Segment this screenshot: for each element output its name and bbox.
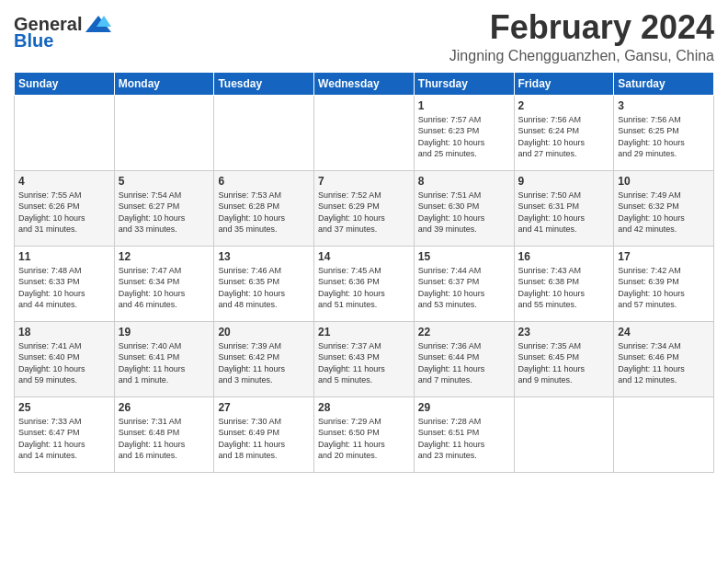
calendar-cell <box>214 95 314 170</box>
day-info: Sunrise: 7:34 AM Sunset: 6:46 PM Dayligh… <box>618 340 710 386</box>
calendar-cell: 9Sunrise: 7:50 AM Sunset: 6:31 PM Daylig… <box>514 170 614 246</box>
calendar-cell: 6Sunrise: 7:53 AM Sunset: 6:28 PM Daylig… <box>214 170 314 246</box>
calendar-week-row: 4Sunrise: 7:55 AM Sunset: 6:26 PM Daylig… <box>15 170 714 246</box>
month-year-title: February 2024 <box>449 9 714 46</box>
calendar-week-row: 1Sunrise: 7:57 AM Sunset: 6:23 PM Daylig… <box>15 95 714 170</box>
day-info: Sunrise: 7:35 AM Sunset: 6:45 PM Dayligh… <box>518 340 610 386</box>
day-info: Sunrise: 7:55 AM Sunset: 6:26 PM Dayligh… <box>18 190 110 236</box>
weekday-header-thursday: Thursday <box>414 72 514 95</box>
day-number: 12 <box>119 250 210 263</box>
day-number: 27 <box>218 401 310 414</box>
calendar-cell: 24Sunrise: 7:34 AM Sunset: 6:46 PM Dayli… <box>614 321 714 396</box>
day-number: 20 <box>218 326 310 339</box>
weekday-header-monday: Monday <box>114 72 214 95</box>
day-info: Sunrise: 7:37 AM Sunset: 6:43 PM Dayligh… <box>318 340 410 386</box>
day-info: Sunrise: 7:52 AM Sunset: 6:29 PM Dayligh… <box>318 190 410 236</box>
calendar-cell: 14Sunrise: 7:45 AM Sunset: 6:36 PM Dayli… <box>314 246 415 321</box>
calendar-cell: 20Sunrise: 7:39 AM Sunset: 6:42 PM Dayli… <box>214 321 314 396</box>
day-number: 3 <box>618 99 710 112</box>
day-number: 26 <box>119 401 210 414</box>
logo: General Blue <box>14 9 113 52</box>
day-number: 2 <box>518 99 610 112</box>
calendar-cell <box>614 396 714 472</box>
calendar-cell: 11Sunrise: 7:48 AM Sunset: 6:33 PM Dayli… <box>15 246 115 321</box>
calendar-cell: 29Sunrise: 7:28 AM Sunset: 6:51 PM Dayli… <box>414 396 514 472</box>
day-info: Sunrise: 7:44 AM Sunset: 6:37 PM Dayligh… <box>418 265 510 311</box>
day-info: Sunrise: 7:47 AM Sunset: 6:34 PM Dayligh… <box>119 265 210 311</box>
calendar-cell: 26Sunrise: 7:31 AM Sunset: 6:48 PM Dayli… <box>114 396 214 472</box>
day-number: 23 <box>518 326 610 339</box>
calendar-cell: 4Sunrise: 7:55 AM Sunset: 6:26 PM Daylig… <box>15 170 115 246</box>
calendar-cell <box>114 95 214 170</box>
weekday-header-friday: Friday <box>514 72 614 95</box>
calendar-cell <box>314 95 415 170</box>
day-info: Sunrise: 7:54 AM Sunset: 6:27 PM Dayligh… <box>119 190 210 236</box>
day-number: 13 <box>218 250 310 263</box>
day-number: 19 <box>119 326 210 339</box>
calendar-cell: 15Sunrise: 7:44 AM Sunset: 6:37 PM Dayli… <box>414 246 514 321</box>
day-number: 18 <box>18 326 110 339</box>
day-info: Sunrise: 7:57 AM Sunset: 6:23 PM Dayligh… <box>418 114 510 160</box>
day-info: Sunrise: 7:28 AM Sunset: 6:51 PM Dayligh… <box>418 416 510 462</box>
day-info: Sunrise: 7:36 AM Sunset: 6:44 PM Dayligh… <box>418 340 510 386</box>
calendar-cell: 21Sunrise: 7:37 AM Sunset: 6:43 PM Dayli… <box>314 321 415 396</box>
calendar-cell: 17Sunrise: 7:42 AM Sunset: 6:39 PM Dayli… <box>614 246 714 321</box>
calendar-cell: 12Sunrise: 7:47 AM Sunset: 6:34 PM Dayli… <box>114 246 214 321</box>
day-number: 16 <box>518 250 610 263</box>
day-info: Sunrise: 7:51 AM Sunset: 6:30 PM Dayligh… <box>418 190 510 236</box>
day-number: 10 <box>618 175 710 188</box>
day-number: 9 <box>518 175 610 188</box>
logo-subtext: Blue <box>14 30 53 52</box>
day-number: 14 <box>318 250 410 263</box>
calendar-table: SundayMondayTuesdayWednesdayThursdayFrid… <box>14 72 714 473</box>
calendar-cell <box>514 396 614 472</box>
calendar-cell: 8Sunrise: 7:51 AM Sunset: 6:30 PM Daylig… <box>414 170 514 246</box>
calendar-cell: 2Sunrise: 7:56 AM Sunset: 6:24 PM Daylig… <box>514 95 614 170</box>
day-info: Sunrise: 7:45 AM Sunset: 6:36 PM Dayligh… <box>318 265 410 311</box>
day-info: Sunrise: 7:43 AM Sunset: 6:38 PM Dayligh… <box>518 265 610 311</box>
day-number: 11 <box>18 250 110 263</box>
calendar-cell: 22Sunrise: 7:36 AM Sunset: 6:44 PM Dayli… <box>414 321 514 396</box>
day-info: Sunrise: 7:48 AM Sunset: 6:33 PM Dayligh… <box>18 265 110 311</box>
page-header: General Blue February 2024 Jingning Chen… <box>14 9 714 64</box>
day-number: 8 <box>418 175 510 188</box>
day-number: 25 <box>18 401 110 414</box>
calendar-cell: 27Sunrise: 7:30 AM Sunset: 6:49 PM Dayli… <box>214 396 314 472</box>
day-number: 22 <box>418 326 510 339</box>
day-number: 21 <box>318 326 410 339</box>
calendar-cell: 3Sunrise: 7:56 AM Sunset: 6:25 PM Daylig… <box>614 95 714 170</box>
day-info: Sunrise: 7:40 AM Sunset: 6:41 PM Dayligh… <box>119 340 210 386</box>
weekday-header-wednesday: Wednesday <box>314 72 415 95</box>
day-info: Sunrise: 7:42 AM Sunset: 6:39 PM Dayligh… <box>618 265 710 311</box>
calendar-cell: 7Sunrise: 7:52 AM Sunset: 6:29 PM Daylig… <box>314 170 415 246</box>
weekday-header-saturday: Saturday <box>614 72 714 95</box>
day-info: Sunrise: 7:49 AM Sunset: 6:32 PM Dayligh… <box>618 190 710 236</box>
calendar-week-row: 25Sunrise: 7:33 AM Sunset: 6:47 PM Dayli… <box>15 396 714 472</box>
day-number: 4 <box>18 175 110 188</box>
calendar-cell: 10Sunrise: 7:49 AM Sunset: 6:32 PM Dayli… <box>614 170 714 246</box>
day-info: Sunrise: 7:29 AM Sunset: 6:50 PM Dayligh… <box>318 416 410 462</box>
calendar-cell <box>15 95 115 170</box>
calendar-week-row: 11Sunrise: 7:48 AM Sunset: 6:33 PM Dayli… <box>15 246 714 321</box>
calendar-header-row: SundayMondayTuesdayWednesdayThursdayFrid… <box>15 72 714 95</box>
day-number: 29 <box>418 401 510 414</box>
calendar-week-row: 18Sunrise: 7:41 AM Sunset: 6:40 PM Dayli… <box>15 321 714 396</box>
calendar-cell: 25Sunrise: 7:33 AM Sunset: 6:47 PM Dayli… <box>15 396 115 472</box>
day-info: Sunrise: 7:56 AM Sunset: 6:24 PM Dayligh… <box>518 114 610 160</box>
day-number: 24 <box>618 326 710 339</box>
day-info: Sunrise: 7:39 AM Sunset: 6:42 PM Dayligh… <box>218 340 310 386</box>
calendar-cell: 5Sunrise: 7:54 AM Sunset: 6:27 PM Daylig… <box>114 170 214 246</box>
day-number: 17 <box>618 250 710 263</box>
day-info: Sunrise: 7:41 AM Sunset: 6:40 PM Dayligh… <box>18 340 110 386</box>
day-info: Sunrise: 7:56 AM Sunset: 6:25 PM Dayligh… <box>618 114 710 160</box>
day-info: Sunrise: 7:50 AM Sunset: 6:31 PM Dayligh… <box>518 190 610 236</box>
title-area: February 2024 Jingning Chengguanzhen, Ga… <box>449 9 714 64</box>
calendar-cell: 19Sunrise: 7:40 AM Sunset: 6:41 PM Dayli… <box>114 321 214 396</box>
day-info: Sunrise: 7:30 AM Sunset: 6:49 PM Dayligh… <box>218 416 310 462</box>
logo-icon <box>84 14 113 34</box>
day-number: 6 <box>218 175 310 188</box>
weekday-header-tuesday: Tuesday <box>214 72 314 95</box>
location-subtitle: Jingning Chengguanzhen, Gansu, China <box>449 48 714 64</box>
day-info: Sunrise: 7:53 AM Sunset: 6:28 PM Dayligh… <box>218 190 310 236</box>
day-info: Sunrise: 7:31 AM Sunset: 6:48 PM Dayligh… <box>119 416 210 462</box>
